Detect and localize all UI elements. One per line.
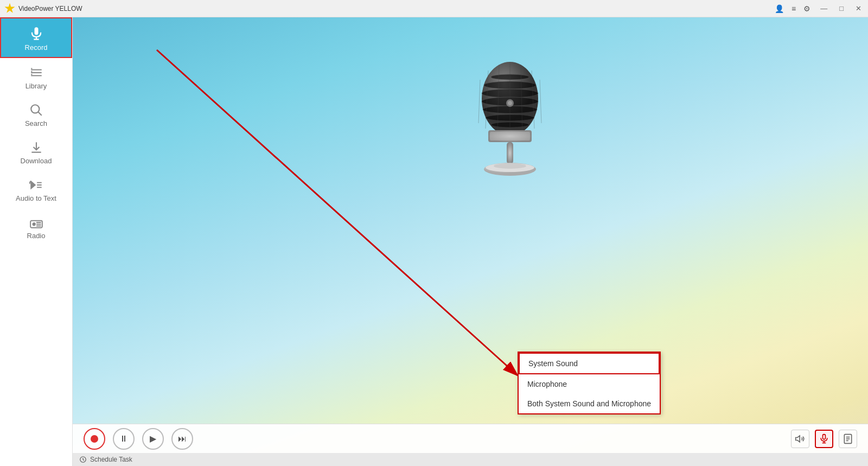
svg-point-9 [31, 105, 39, 113]
mic-icon [29, 26, 44, 41]
audio-source-dropdown[interactable]: System Sound Microphone Both System Soun… [518, 352, 661, 414]
pause-button[interactable]: ⏸ [113, 428, 135, 450]
volume-button[interactable] [791, 430, 809, 448]
svg-marker-13 [31, 182, 35, 189]
pause-icon: ⏸ [119, 434, 128, 444]
app-title: VideoPower YELLOW [18, 5, 82, 12]
schedule-label: Schedule Task [90, 456, 132, 463]
svg-line-10 [38, 112, 42, 116]
dropdown-option-system-sound[interactable]: System Sound [519, 353, 660, 374]
app-logo [4, 3, 15, 14]
next-button[interactable]: ⏭ [171, 428, 193, 450]
user-icon[interactable]: 👤 [775, 4, 784, 13]
document-button[interactable] [839, 430, 857, 448]
sidebar-item-radio[interactable]: Radio [0, 208, 72, 245]
svg-rect-48 [823, 434, 826, 439]
dropdown-option-both[interactable]: Both System Sound and Microphone [519, 394, 660, 413]
playback-area: ⏸ ▶ ⏭ [73, 424, 868, 453]
microphone-illustration [464, 61, 556, 182]
close-btn[interactable]: ✕ [853, 3, 864, 14]
play-button[interactable]: ▶ [142, 428, 164, 450]
svg-point-18 [33, 223, 35, 225]
right-controls [791, 430, 857, 448]
mic-input-button[interactable] [815, 430, 833, 448]
sidebar-item-search[interactable]: Search [0, 95, 72, 133]
bottom-bar: ⏸ ▶ ⏭ [73, 424, 868, 466]
list-icon[interactable]: ≡ [792, 4, 796, 13]
radio-icon [29, 215, 43, 229]
record-button[interactable] [84, 428, 105, 450]
sidebar-search-label: Search [25, 119, 47, 127]
sidebar-item-library[interactable]: Library [0, 58, 72, 95]
document-icon [843, 433, 853, 444]
svg-marker-47 [796, 436, 800, 442]
main-container: Record Library Search [0, 17, 868, 466]
titlebar-left: VideoPower YELLOW [4, 3, 82, 14]
record-dot [91, 435, 98, 443]
sidebar-item-record[interactable]: Record [0, 17, 72, 58]
titlebar: VideoPower YELLOW 👤 ≡ ⚙ — □ ✕ [0, 0, 868, 17]
sidebar-record-label: Record [25, 43, 48, 52]
play-icon: ▶ [150, 433, 156, 444]
svg-point-44 [494, 163, 526, 169]
volume-icon [795, 433, 806, 444]
search-icon [29, 103, 43, 117]
sidebar-radio-label: Radio [27, 232, 46, 240]
audio-to-text-icon [29, 178, 43, 192]
svg-rect-0 [34, 27, 38, 35]
titlebar-right: 👤 ≡ ⚙ — □ ✕ [775, 3, 864, 14]
sidebar-item-audio-to-text[interactable]: Audio to Text [0, 170, 72, 208]
library-icon [29, 66, 43, 80]
svg-point-38 [508, 101, 512, 105]
sidebar-item-download[interactable]: Download [0, 133, 72, 170]
gear-icon[interactable]: ⚙ [803, 4, 810, 13]
playback-controls: ⏸ ▶ ⏭ [84, 428, 193, 450]
sidebar: Record Library Search [0, 17, 73, 466]
svg-rect-41 [507, 142, 513, 164]
schedule-bar[interactable]: Schedule Task [73, 453, 868, 466]
svg-line-36 [540, 80, 541, 123]
next-icon: ⏭ [178, 434, 187, 444]
maximize-btn[interactable]: □ [837, 3, 846, 14]
mic-input-icon [819, 433, 829, 444]
sidebar-audio-to-text-label: Audio to Text [16, 194, 56, 202]
sidebar-library-label: Library [25, 82, 47, 90]
clock-icon [79, 456, 87, 463]
svg-rect-40 [490, 132, 530, 141]
dropdown-option-microphone[interactable]: Microphone [519, 374, 660, 394]
sidebar-download-label: Download [21, 157, 52, 165]
content-area: System Sound Microphone Both System Soun… [73, 17, 868, 466]
svg-line-33 [478, 80, 480, 123]
minimize-btn[interactable]: — [818, 3, 829, 14]
download-icon [29, 141, 43, 155]
